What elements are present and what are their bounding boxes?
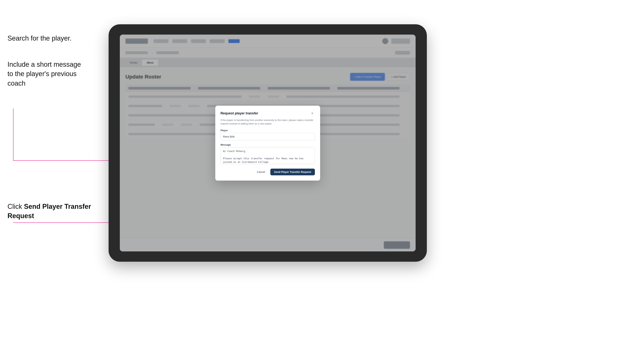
- annotation-area: Search for the player. Include a short m…: [0, 0, 108, 346]
- request-transfer-modal: Request player transfer × If the player …: [215, 106, 320, 180]
- message-textarea[interactable]: Hi Coach McHarg, Please accept this tran…: [220, 147, 315, 164]
- modal-header: Request player transfer ×: [220, 111, 315, 116]
- tablet-device: › Roster About Update Roster + Add a Tra…: [108, 24, 427, 262]
- send-transfer-request-button[interactable]: Send Player Transfer Request: [270, 169, 315, 175]
- message-field-label: Message: [220, 143, 315, 146]
- annotation-message-text: Include a short message to the player's …: [8, 60, 97, 88]
- player-search-input[interactable]: [220, 133, 315, 140]
- modal-title: Request player transfer: [220, 111, 258, 115]
- modal-description: If the player is transferring from anoth…: [220, 118, 315, 126]
- cancel-button[interactable]: Cancel: [254, 169, 268, 175]
- modal-footer: Cancel Send Player Transfer Request: [220, 169, 315, 175]
- player-field-label: Player: [220, 129, 315, 132]
- arrow-line-vertical-1: [13, 108, 14, 161]
- annotation-search-text: Search for the player.: [8, 34, 72, 43]
- annotation-click-text: Click Send Player Transfer Request: [8, 202, 97, 221]
- tablet-screen: › Roster About Update Roster + Add a Tra…: [120, 35, 416, 251]
- modal-overlay: Request player transfer × If the player …: [120, 35, 416, 251]
- modal-close-button[interactable]: ×: [310, 111, 315, 116]
